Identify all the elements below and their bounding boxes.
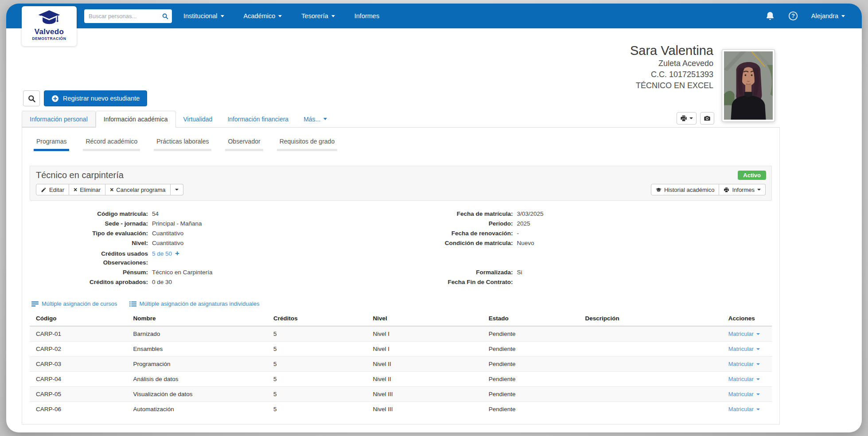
field-sede-jornada: Sede - jornada:Principal - Mañana	[30, 220, 401, 230]
reports-button[interactable]: Informes	[719, 184, 766, 195]
matricular-action[interactable]: Matricular	[728, 406, 760, 413]
column-header-acciones: Acciones	[727, 311, 772, 326]
search-icon[interactable]	[162, 12, 168, 20]
printer-icon	[680, 115, 687, 122]
field-label: Formalizada:	[401, 269, 513, 276]
matricular-action[interactable]: Matricular	[728, 346, 760, 352]
print-profile-button[interactable]	[677, 112, 697, 125]
matricular-action[interactable]: Matricular	[728, 331, 760, 337]
nav-menu: InstitucionalAcadémicoTesoreríaInformes	[183, 12, 379, 19]
edit-program-button[interactable]: Editar	[36, 184, 69, 195]
cancel-program-button[interactable]: ×Cancelar programa	[105, 184, 170, 195]
nav-item-institucional[interactable]: Institucional	[183, 12, 224, 19]
top-navbar: Valvedo DEMOSTRACIÓN InstitucionalAcadém…	[6, 4, 862, 28]
tab-virtualidad[interactable]: Virtualidad	[176, 111, 220, 127]
chevron-down-icon	[221, 15, 224, 17]
link-multiple-asignacion-de-asignaturas-individuales[interactable]: Múltiple asignación de asignaturas indiv…	[129, 300, 260, 307]
field-label: Fecha Fin de Contrato:	[401, 279, 513, 285]
chevron-down-icon	[689, 117, 693, 119]
student-header: Sara Valentina Zuleta Acevedo C.C. 10172…	[630, 43, 713, 91]
credits-used-link[interactable]: 5 de 50	[152, 250, 172, 257]
chevron-down-icon	[756, 409, 760, 410]
brand-name: Valvedo	[35, 28, 64, 36]
course-code: CARP-04	[30, 372, 131, 387]
search-input[interactable]	[89, 13, 159, 19]
course-description	[584, 357, 727, 372]
subtab-practicas-laborales[interactable]: Prácticas laborales	[154, 138, 211, 151]
bars-icon	[31, 301, 39, 307]
course-credits: 5	[272, 372, 371, 387]
matricular-action[interactable]: Matricular	[728, 391, 760, 397]
course-code: CARP-05	[30, 387, 131, 402]
course-code: CARP-03	[30, 357, 131, 372]
notifications-bell-icon[interactable]	[765, 11, 775, 21]
nav-item-academico[interactable]: Académico	[244, 12, 282, 19]
tab-informacion-personal[interactable]: Información personal	[22, 111, 96, 127]
subtab-observador[interactable]: Observador	[225, 138, 263, 151]
student-photo-image	[724, 51, 773, 120]
column-header-codigo: Código	[30, 311, 131, 326]
user-name: Alejandra	[811, 12, 838, 19]
academic-history-button[interactable]: Historial académico	[651, 184, 719, 195]
delete-program-button[interactable]: ×Eliminar	[69, 184, 105, 195]
plus-icon[interactable]: +	[175, 249, 179, 257]
course-name: Programación	[131, 357, 272, 372]
subtab-record-academico[interactable]: Récord académico	[83, 138, 140, 151]
nav-item-informes[interactable]: Informes	[354, 12, 379, 19]
student-search-button[interactable]	[23, 90, 40, 106]
register-student-button[interactable]: Registrar nuevo estudiante	[44, 90, 147, 106]
course-status: Pendiente	[487, 342, 584, 357]
field-periodo: Período:2025	[401, 220, 772, 230]
chevron-down-icon	[757, 189, 761, 191]
course-name: Automatización	[131, 402, 272, 417]
tab-informacion-financiera[interactable]: Información financiera	[220, 111, 296, 127]
more-program-actions-button[interactable]	[171, 184, 183, 195]
course-description	[584, 387, 727, 402]
field-label: Código matrícula:	[30, 210, 148, 217]
brand-subtitle: DEMOSTRACIÓN	[32, 36, 66, 41]
tab-mas[interactable]: Más...	[296, 111, 335, 127]
course-name: Visualización de datos	[131, 387, 272, 402]
course-row-carp-06: CARP-06 Automatización 5 Nivel III Pendi…	[30, 402, 772, 417]
column-header-creditos: Créditos	[272, 311, 371, 326]
main-tabbar: Información personalInformación académic…	[22, 111, 780, 128]
student-photo	[722, 50, 775, 121]
matricular-action[interactable]: Matricular	[728, 376, 760, 382]
course-row-carp-03: CARP-03 Programación 5 Nivel II Pendient…	[30, 357, 772, 372]
course-level: Nivel II	[371, 372, 487, 387]
brand-logo[interactable]: Valvedo DEMOSTRACIÓN	[22, 6, 77, 46]
link-multiple-asignacion-de-cursos[interactable]: Múltiple asignación de cursos	[31, 300, 117, 307]
field-fecha-de-renovacion: Fecha de renovación:-	[401, 230, 772, 240]
chevron-down-icon	[756, 348, 760, 350]
x-icon: ×	[74, 187, 77, 193]
course-level: Nivel I	[371, 342, 487, 357]
tab-informacion-academica[interactable]: Información académica	[96, 111, 176, 128]
course-code: CARP-02	[30, 342, 131, 357]
subtab-programas[interactable]: Programas	[34, 138, 69, 151]
subtab-requisitos-de-grado[interactable]: Requisitos de grado	[277, 138, 338, 151]
help-icon[interactable]: ?	[788, 11, 798, 21]
program-details-right: Fecha de matrícula:3/03/2025Período:2025…	[401, 210, 772, 288]
column-header-estado: Estado	[487, 311, 584, 326]
course-credits: 5	[272, 387, 371, 402]
course-credits: 5	[272, 357, 371, 372]
field-label: Nivel:	[30, 240, 148, 246]
field-value: 3/03/2025	[517, 210, 544, 217]
field-value: -	[517, 230, 519, 237]
field-label: Créditos usados	[30, 250, 148, 257]
courses-table-body: CARP-01 Barnizado 5 Nivel I Pendiente Ma…	[30, 326, 772, 417]
person-search-box	[84, 9, 172, 23]
nav-item-tesoreria[interactable]: Tesorería	[301, 12, 335, 19]
course-status: Pendiente	[487, 387, 584, 402]
photo-toolbar	[677, 112, 714, 125]
chevron-down-icon	[756, 393, 760, 395]
chevron-down-icon	[323, 118, 327, 120]
course-credits: 5	[272, 326, 371, 342]
academic-subtabs: ProgramasRécord académicoPrácticas labor…	[34, 138, 772, 151]
matricular-action[interactable]: Matricular	[728, 361, 760, 367]
field-fecha-fin-de-contrato: Fecha Fin de Contrato:	[401, 279, 772, 288]
change-photo-button[interactable]	[700, 112, 714, 125]
program-panel-header: Técnico en carpintería Activo Editar×Eli…	[30, 166, 772, 201]
field-fecha-de-matricula: Fecha de matrícula:3/03/2025	[401, 210, 772, 220]
user-menu[interactable]: Alejandra	[811, 12, 845, 19]
